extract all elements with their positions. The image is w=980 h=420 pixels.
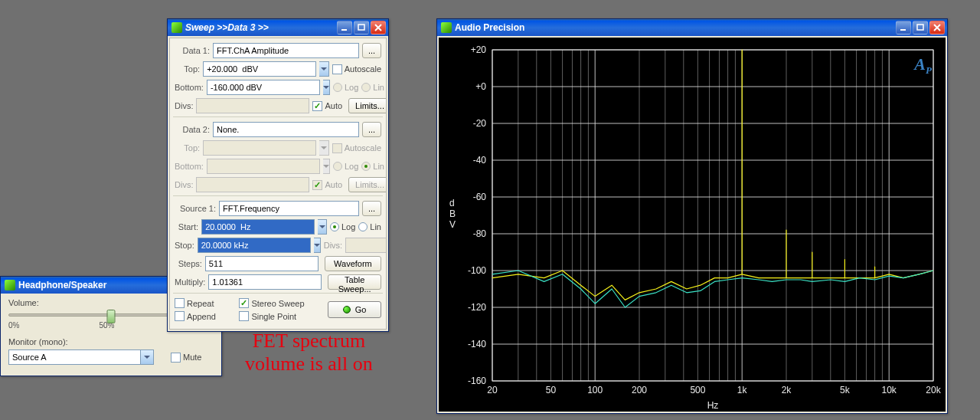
divs2-field <box>196 177 309 192</box>
divs2-label: Divs: <box>175 180 193 189</box>
lin2-radio: Lin <box>361 162 384 171</box>
close-button[interactable] <box>371 21 386 34</box>
divs1-auto-checkbox[interactable]: Auto <box>312 101 342 111</box>
autoscale2-checkbox: Autoscale <box>332 143 381 153</box>
start-dropdown[interactable] <box>318 219 327 235</box>
top2-field <box>203 140 316 156</box>
start-field[interactable] <box>201 219 315 235</box>
sweep-title: Sweep >>Data 3 >> <box>185 22 334 33</box>
start-label: Start: <box>175 222 198 231</box>
stop-divs-field <box>345 238 387 253</box>
data2-field[interactable] <box>213 122 359 137</box>
svg-text:500: 500 <box>690 385 705 395</box>
svg-text:-60: -60 <box>473 192 487 202</box>
svg-text:1k: 1k <box>737 385 748 395</box>
svg-text:-100: -100 <box>468 265 486 276</box>
svg-rect-3 <box>917 25 923 30</box>
divs1-label: Divs: <box>175 101 193 110</box>
autoscale1-box[interactable] <box>332 64 342 74</box>
top1-field[interactable] <box>203 61 316 77</box>
monitor-value[interactable] <box>8 349 141 365</box>
mute-checkbox[interactable]: Mute <box>171 353 201 363</box>
bottom2-dropdown <box>323 159 330 174</box>
svg-text:-40: -40 <box>473 155 487 166</box>
stop-field[interactable] <box>198 238 311 253</box>
mute-label: Mute <box>183 353 201 362</box>
svg-text:200: 200 <box>632 385 647 395</box>
top2-dropdown <box>319 140 329 156</box>
app-icon <box>172 22 182 33</box>
svg-text:50: 50 <box>546 385 557 395</box>
bottom2-field <box>207 159 320 174</box>
multiply-label: Multiply: <box>175 277 205 287</box>
bottom2-label: Bottom: <box>175 162 204 171</box>
svg-text:20k: 20k <box>926 385 941 395</box>
steps-field[interactable] <box>205 256 318 271</box>
log2-radio: Log <box>333 162 358 171</box>
sweep-window: Sweep >>Data 3 >> Data 1: ... Top: <box>167 18 389 332</box>
data1-browse[interactable]: ... <box>362 43 381 58</box>
tablesweep-button[interactable]: Table Sweep... <box>328 274 381 290</box>
svg-text:10k: 10k <box>882 385 897 395</box>
divs1-field <box>196 98 309 113</box>
data2-browse[interactable]: ... <box>362 122 381 137</box>
svg-text:-160: -160 <box>468 376 486 386</box>
autoscale1-checkbox[interactable]: Autoscale <box>332 64 381 74</box>
top2-label: Top: <box>175 143 200 153</box>
minimize-button[interactable] <box>896 21 911 34</box>
bottom1-label: Bottom: <box>175 83 204 92</box>
stereo-checkbox[interactable]: Stereo Sweep <box>239 298 304 308</box>
svg-rect-1 <box>358 25 364 30</box>
svg-text:-140: -140 <box>468 339 486 349</box>
steps-label: Steps: <box>175 259 202 268</box>
spectrum-chart: -160-140-120-100-80-60-40-20+0+20dBV2050… <box>439 38 946 412</box>
app-icon <box>441 22 452 33</box>
top1-dropdown[interactable] <box>319 61 329 77</box>
stop-dropdown[interactable] <box>314 238 321 253</box>
source1-label: Source 1: <box>175 204 216 213</box>
maximize-button[interactable] <box>354 21 369 34</box>
monitor-select[interactable] <box>8 349 154 365</box>
multiply-field[interactable] <box>208 274 322 290</box>
start-log-radio[interactable]: Log <box>330 222 355 231</box>
close-button[interactable] <box>929 21 945 34</box>
start-lin-radio[interactable]: Lin <box>358 222 381 231</box>
svg-text:5k: 5k <box>840 385 851 395</box>
append-checkbox[interactable]: Append <box>175 311 216 321</box>
mute-box[interactable] <box>171 353 181 363</box>
bottom1-field[interactable] <box>207 80 320 95</box>
app-icon <box>5 280 15 290</box>
lin1-radio: Lin <box>361 83 384 92</box>
monitor-dropdown[interactable] <box>141 349 154 365</box>
waveform-button[interactable]: Waveform <box>325 256 381 271</box>
data2-label: Data 2: <box>175 125 210 134</box>
minimize-button[interactable] <box>337 21 352 34</box>
source1-browse[interactable]: ... <box>362 201 381 216</box>
svg-text:2k: 2k <box>782 385 792 395</box>
repeat-checkbox[interactable]: Repeat <box>175 298 216 308</box>
top1-label: Top: <box>175 64 200 74</box>
svg-rect-0 <box>341 29 347 31</box>
chart-titlebar[interactable]: Audio Precision <box>437 19 947 36</box>
tick-0: 0% <box>8 321 19 330</box>
data1-field[interactable] <box>213 43 359 58</box>
audio-precision-window: Audio Precision -160-140-120-100-80-60-4… <box>436 18 948 414</box>
bottom1-dropdown[interactable] <box>323 80 330 95</box>
svg-text:-20: -20 <box>473 118 487 129</box>
log1-radio: Log <box>333 83 358 92</box>
sweep-titlebar[interactable]: Sweep >>Data 3 >> <box>168 19 388 36</box>
svg-text:B: B <box>449 208 456 219</box>
single-checkbox[interactable]: Single Point <box>239 311 304 321</box>
annotation-text: FET spectrum volume is all on <box>245 330 373 376</box>
svg-text:d: d <box>449 198 455 208</box>
volume-thumb[interactable] <box>107 310 116 323</box>
monitor-label: Monitor (mono): <box>8 337 214 346</box>
maximize-button[interactable] <box>913 21 928 34</box>
svg-text:20: 20 <box>487 385 498 395</box>
source1-field[interactable] <box>219 201 359 216</box>
stop-label: Stop: <box>175 241 194 250</box>
svg-text:100: 100 <box>587 385 603 395</box>
svg-text:V: V <box>449 219 456 230</box>
go-button[interactable]: Go <box>328 301 381 318</box>
limits1-button[interactable]: Limits... <box>348 98 387 113</box>
